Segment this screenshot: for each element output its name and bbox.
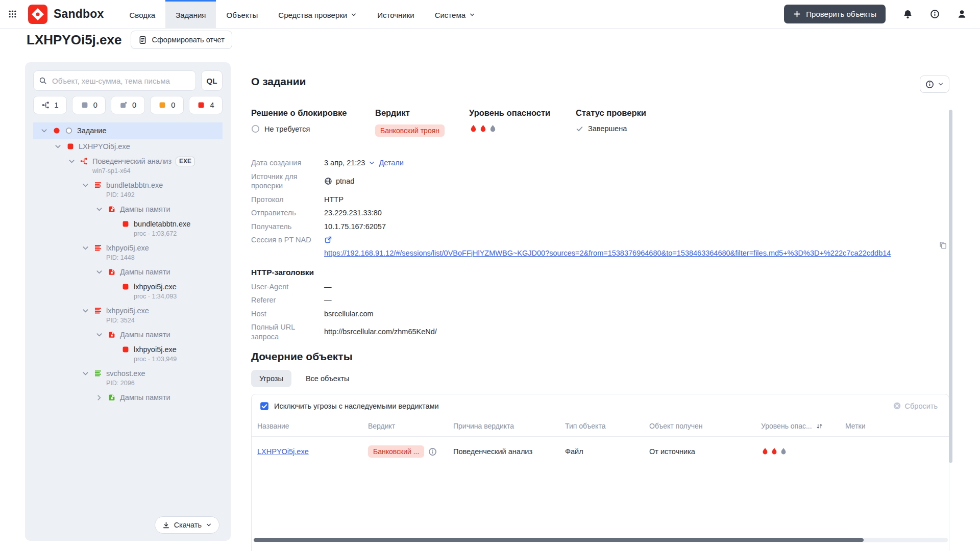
column-header-label: Уровень опас... bbox=[761, 422, 812, 430]
radio-unselected-icon[interactable] bbox=[251, 124, 260, 133]
external-link-icon[interactable] bbox=[324, 236, 332, 244]
tree-item[interactable]: bundletabbtn.exeproc · 1:03,672 bbox=[33, 217, 223, 241]
nav-item-system[interactable]: Система bbox=[425, 0, 485, 28]
tree-expander-open-icon[interactable] bbox=[82, 182, 90, 189]
tree-item[interactable]: svchost.exePID: 2096 bbox=[33, 366, 223, 390]
column-header[interactable]: Тип объекта bbox=[565, 422, 649, 430]
tree-expander-open-icon[interactable] bbox=[82, 307, 90, 315]
tree-item[interactable]: Дампы памяти bbox=[33, 265, 223, 280]
nav-item-objects[interactable]: Объекты bbox=[216, 0, 268, 28]
filter-chip[interactable]: 0 bbox=[72, 96, 106, 114]
horizontal-scrollbar-thumb[interactable] bbox=[254, 538, 864, 542]
flame-icon bbox=[761, 447, 769, 456]
http-header-row: Referer— bbox=[251, 295, 949, 305]
tree-expander-closed-icon[interactable] bbox=[95, 394, 104, 402]
tree-expander-open-icon[interactable] bbox=[95, 331, 104, 339]
column-header[interactable]: Вердикт bbox=[368, 422, 453, 430]
tree-item[interactable]: Поведенческий анализEXEwin7-sp1-x64 bbox=[33, 154, 223, 178]
detail-row: Источник для проверкиptnad bbox=[251, 172, 949, 191]
table-body: LXHPYOi5j.exeБанковский ...Поведенческий… bbox=[252, 437, 949, 466]
session-url-link[interactable]: https://192.168.91.12/#/sessions/list/0V… bbox=[324, 249, 932, 257]
download-icon bbox=[162, 521, 170, 529]
filter-chip[interactable]: 0 bbox=[111, 96, 144, 114]
tree-item[interactable]: lxhpyoi5j.exeproc · 1:03,949 bbox=[33, 342, 223, 366]
check-objects-button[interactable]: Проверить объекты bbox=[784, 5, 886, 23]
tree-item-sublabel: proc · 1:34,093 bbox=[134, 292, 177, 301]
tree-expander-open-icon[interactable] bbox=[82, 370, 90, 378]
verdict-reason: Поведенческий анализ bbox=[453, 447, 532, 456]
nav-item-label: Средства проверки bbox=[278, 11, 347, 19]
children-tabs: УгрозыВсе объекты bbox=[251, 370, 949, 387]
column-header[interactable]: Метки bbox=[845, 422, 943, 430]
nav-item-summary[interactable]: Сводка bbox=[119, 0, 166, 28]
notifications-bell-icon[interactable] bbox=[903, 9, 913, 19]
sort-icon[interactable] bbox=[816, 422, 823, 430]
chevron-down-icon[interactable] bbox=[369, 160, 375, 166]
tree-item[interactable]: lxhpyoi5j.exePID: 3524 bbox=[33, 304, 223, 328]
tree-item[interactable]: bundletabbtn.exePID: 1492 bbox=[33, 178, 223, 202]
filter-chip-count: 4 bbox=[210, 101, 214, 109]
table-row[interactable]: LXHPYOi5j.exeБанковский ...Поведенческий… bbox=[252, 437, 949, 466]
detail-value: 23.229.231.33:80 bbox=[324, 208, 382, 218]
nav-item-tasks[interactable]: Задания bbox=[165, 0, 216, 28]
tree-item[interactable]: Задание bbox=[33, 122, 223, 139]
tree-item[interactable]: Дампы памяти bbox=[33, 328, 223, 342]
horizontal-scrollbar bbox=[254, 538, 948, 542]
tree-item[interactable]: Дампы памяти bbox=[33, 390, 223, 405]
square-icon bbox=[66, 142, 75, 151]
tree-item[interactable]: Дампы памяти bbox=[33, 202, 223, 217]
tree-item[interactable]: lxhpyoi5j.exeproc · 1:34,093 bbox=[33, 280, 223, 304]
tree-item[interactable]: LXHPYOi5j.exe bbox=[33, 139, 223, 154]
filter-chip[interactable]: 1 bbox=[33, 96, 67, 114]
details-link[interactable]: Детали bbox=[379, 158, 404, 168]
tree-expander-open-icon[interactable] bbox=[82, 244, 90, 252]
user-account-icon[interactable] bbox=[957, 9, 967, 19]
tree-expander-open-icon[interactable] bbox=[95, 206, 104, 213]
column-header[interactable]: Название bbox=[257, 422, 368, 430]
brand[interactable]: Sandbox bbox=[28, 5, 104, 24]
tree-expander-open-icon[interactable] bbox=[40, 127, 48, 135]
column-header[interactable]: Уровень опас... bbox=[761, 422, 845, 430]
brand-name: Sandbox bbox=[54, 7, 104, 21]
column-header[interactable]: Объект получен bbox=[649, 422, 761, 430]
generate-report-button[interactable]: Сформировать отчет bbox=[131, 31, 232, 49]
detail-label: Дата создания bbox=[251, 158, 324, 168]
tree-item-label: Дампы памяти bbox=[120, 393, 170, 403]
tree-expander-open-icon[interactable] bbox=[54, 143, 62, 151]
tree-item-sublabel: PID: 1448 bbox=[106, 254, 149, 262]
dump-icon bbox=[108, 205, 116, 213]
task-info-button[interactable] bbox=[920, 76, 949, 93]
ql-query-button[interactable]: QL bbox=[201, 70, 223, 91]
tree-expander-open-icon[interactable] bbox=[95, 268, 104, 276]
column-header[interactable]: Причина вердикта bbox=[453, 422, 565, 430]
exclude-inherited-checkbox[interactable]: Исключить угрозы с наследуемыми вердикта… bbox=[260, 402, 439, 411]
check-objects-label: Проверить объекты bbox=[806, 10, 876, 18]
download-button[interactable]: Скачать bbox=[155, 516, 219, 534]
info-icon[interactable] bbox=[428, 447, 437, 456]
object-name-link[interactable]: LXHPYOi5j.exe bbox=[257, 447, 309, 456]
nav-item-sources[interactable]: Источники bbox=[367, 0, 424, 28]
tree-item[interactable]: lxhpyoi5j.exePID: 1448 bbox=[33, 241, 223, 265]
dump-icon bbox=[108, 268, 116, 276]
search-box bbox=[33, 70, 196, 91]
vertical-scrollbar-thumb[interactable] bbox=[949, 110, 952, 463]
search-icon bbox=[39, 77, 47, 85]
branch-icon bbox=[42, 101, 50, 109]
task-summary: Решение о блокировкеНе требуетсяВердиктБ… bbox=[251, 108, 949, 137]
nav-item-label: Сводка bbox=[130, 11, 156, 19]
detail-row: Сессия в PT NAD bbox=[251, 235, 949, 245]
nav-item-inspection-tools[interactable]: Средства проверки bbox=[268, 0, 367, 28]
filter-chip[interactable]: 4 bbox=[189, 96, 223, 114]
help-info-icon[interactable] bbox=[930, 9, 940, 19]
reset-filters-button[interactable]: Сбросить bbox=[890, 401, 941, 411]
filter-chip[interactable]: 0 bbox=[150, 96, 184, 114]
tree-item-label: bundletabbtn.exe bbox=[134, 219, 190, 229]
tab-threats[interactable]: Угрозы bbox=[251, 370, 291, 387]
tree-expander-open-icon[interactable] bbox=[68, 158, 76, 165]
tab-all-objects[interactable]: Все объекты bbox=[298, 370, 358, 387]
summary-block-title: Решение о блокировке bbox=[251, 108, 375, 118]
search-input[interactable] bbox=[33, 70, 196, 91]
copy-icon[interactable] bbox=[939, 241, 947, 249]
tree-item-label: lxhpyoi5j.exe bbox=[106, 243, 149, 253]
app-grid-icon[interactable] bbox=[0, 10, 22, 18]
